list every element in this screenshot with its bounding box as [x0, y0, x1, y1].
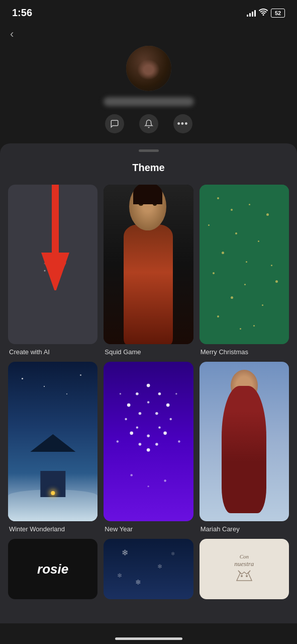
svg-point-23: [147, 435, 150, 438]
svg-point-29: [178, 440, 180, 442]
script-fox-icon: [234, 568, 254, 583]
message-icon[interactable]: [105, 114, 124, 133]
theme-item-newyear[interactable]: New Year: [104, 362, 193, 533]
status-bar: 1:56 52: [0, 0, 297, 23]
profile-actions: •••: [105, 114, 192, 133]
theme-grid: Create with AI: [0, 185, 297, 603]
theme-item-create-ai[interactable]: Create with AI: [8, 185, 97, 356]
status-time: 1:56: [12, 7, 32, 19]
profile-section: •••: [0, 41, 297, 143]
wifi-icon: [259, 9, 268, 17]
svg-point-17: [125, 418, 127, 420]
theme-label-mariah: Mariah Carey: [200, 525, 240, 533]
back-button[interactable]: ‹: [0, 23, 297, 41]
username-blur: [104, 97, 194, 106]
more-options-icon[interactable]: •••: [173, 114, 192, 133]
theme-item-squid-game[interactable]: Squid Game: [104, 185, 193, 356]
svg-point-11: [170, 418, 172, 420]
avatar-image: [126, 46, 171, 91]
back-arrow-icon: ‹: [10, 28, 14, 40]
avatar: [126, 46, 171, 91]
theme-card-mariah: [200, 362, 289, 521]
svg-point-22: [159, 426, 161, 428]
svg-point-12: [164, 431, 167, 435]
svg-point-10: [166, 404, 170, 407]
svg-point-31: [164, 479, 166, 481]
svg-point-7: [60, 271, 62, 273]
theme-card-winter: [8, 362, 97, 521]
theme-card-snow: ❄ ❄ ❄ ❄ ❄: [104, 539, 193, 599]
theme-card-create-ai: [8, 185, 97, 344]
notification-icon[interactable]: [139, 114, 158, 133]
theme-item-winter[interactable]: Winter Wonderland: [8, 362, 97, 533]
svg-point-30: [131, 474, 133, 476]
svg-point-19: [136, 392, 139, 395]
theme-item-mariah[interactable]: Mariah Carey: [200, 362, 289, 533]
house-roof: [30, 434, 75, 452]
theme-sheet: Theme: [0, 143, 297, 623]
svg-point-24: [136, 426, 138, 428]
svg-point-9: [158, 392, 161, 395]
theme-label-squid-game: Squid Game: [104, 348, 141, 356]
svg-point-15: [139, 443, 142, 446]
svg-point-33: [241, 575, 243, 577]
sheet-handle: [139, 149, 159, 152]
svg-point-26: [120, 393, 121, 394]
svg-point-13: [155, 443, 158, 446]
christmas-pattern: [200, 185, 289, 344]
svg-point-16: [130, 431, 134, 435]
theme-card-squid-game: [104, 185, 193, 344]
svg-point-5: [59, 258, 61, 259]
svg-point-14: [147, 448, 150, 452]
svg-point-28: [117, 440, 119, 442]
theme-card-rosie: rosie: [8, 539, 97, 599]
theme-label-christmas: Merry Christmas: [200, 348, 248, 356]
home-indicator: [115, 637, 182, 640]
svg-point-20: [147, 401, 149, 403]
theme-card-christmas: [200, 185, 289, 344]
theme-item-christmas[interactable]: Merry Christmas: [200, 185, 289, 356]
svg-point-8: [147, 384, 150, 387]
svg-point-21: [155, 412, 158, 415]
squid-background: [104, 185, 193, 344]
newyear-stars: [104, 362, 193, 521]
winter-house: [35, 449, 70, 497]
theme-item-script[interactable]: Con nuestra: [200, 539, 289, 603]
status-icons: 52: [247, 9, 285, 18]
sheet-title: Theme: [0, 162, 297, 174]
svg-point-34: [246, 575, 248, 577]
svg-point-6: [44, 270, 46, 271]
battery-icon: 52: [271, 9, 285, 18]
sparkle-icon: [41, 253, 65, 277]
theme-item-rosie[interactable]: rosie: [8, 539, 97, 603]
rosie-text-label: rosie: [37, 561, 68, 577]
theme-card-newyear: [104, 362, 193, 521]
mariah-figure: [222, 386, 266, 514]
svg-point-32: [148, 486, 149, 487]
svg-point-18: [127, 404, 131, 407]
theme-card-script: Con nuestra: [200, 539, 289, 599]
svg-point-27: [176, 393, 177, 394]
theme-label-newyear: New Year: [104, 525, 133, 533]
signal-icon: [247, 10, 256, 17]
theme-label-create-ai: Create with AI: [8, 348, 50, 356]
theme-label-winter: Winter Wonderland: [8, 525, 65, 533]
svg-point-25: [139, 412, 142, 415]
theme-item-snow[interactable]: ❄ ❄ ❄ ❄ ❄: [104, 539, 193, 603]
svg-point-4: [45, 257, 47, 259]
